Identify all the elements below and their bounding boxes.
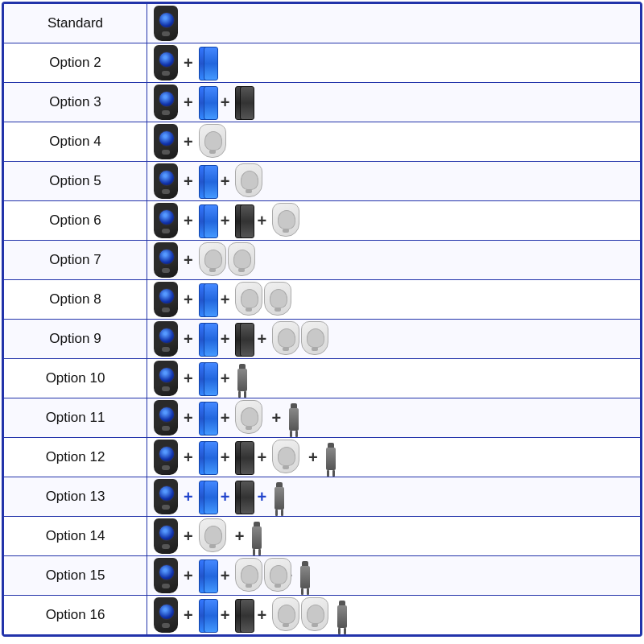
doorbell-icon — [154, 6, 178, 41]
option-items: + — [147, 122, 640, 161]
plus-sign: + — [221, 567, 230, 585]
transformer-icon — [287, 400, 301, 436]
batteries-blue-icon — [199, 361, 215, 396]
plus-sign: + — [184, 527, 193, 546]
chime-white-icon — [199, 518, 229, 554]
chime-white-icon — [199, 242, 226, 278]
option-items — [147, 4, 640, 43]
batteries-black-icon — [235, 440, 251, 475]
doorbell-icon — [154, 400, 178, 436]
option-items: ++ — [147, 359, 640, 398]
plus-sign: + — [184, 54, 193, 72]
option-items: ++ — [147, 162, 640, 200]
option-items: + — [147, 241, 640, 279]
table-row: Option 14++ — [4, 517, 640, 556]
batteries-black-icon — [235, 85, 251, 120]
chime-white-icon — [301, 597, 328, 633]
chime-white-icon — [235, 558, 262, 593]
batteries-black-icon — [235, 203, 251, 238]
plus-sign: + — [257, 448, 266, 467]
plus-sign: + — [221, 172, 230, 191]
plus-sign: + — [221, 448, 230, 467]
plus-sign: + — [221, 212, 230, 230]
option-items: ++++ — [147, 438, 640, 477]
doorbell-icon — [154, 45, 178, 80]
transformer-icon — [272, 479, 287, 514]
option-label: Option 5 — [4, 162, 147, 200]
doorbell-icon — [154, 558, 178, 593]
plus-sign: + — [184, 488, 193, 506]
batteries-black-icon — [235, 597, 251, 633]
chime-white-icon — [301, 321, 328, 357]
table-row: Option 6+++ — [4, 201, 640, 241]
plus-sign: + — [235, 527, 245, 546]
table-row: Option 8++ — [4, 280, 640, 320]
table-row: Option 3++ — [4, 83, 640, 122]
plus-sign: + — [184, 330, 193, 349]
batteries-blue-icon — [199, 400, 215, 436]
plus-sign: + — [184, 251, 193, 270]
batteries-blue-icon — [199, 282, 215, 317]
transformer-icon — [250, 518, 264, 554]
doorbell-icon — [154, 440, 178, 475]
plus-sign: + — [257, 488, 266, 506]
chime-double-icon — [272, 321, 314, 357]
doorbell-icon — [154, 597, 178, 633]
transformer-icon — [298, 558, 312, 593]
batteries-blue-icon — [199, 558, 215, 593]
plus-sign: + — [257, 606, 266, 625]
batteries-blue-icon — [199, 203, 215, 238]
option-label: Option 14 — [4, 517, 147, 555]
plus-sign: + — [184, 409, 193, 427]
table-row: Option 13+++ — [4, 477, 640, 517]
option-items: + — [147, 43, 640, 82]
option-label: Option 13 — [4, 477, 147, 516]
chime-double-icon — [272, 597, 314, 633]
option-label: Option 6 — [4, 201, 147, 240]
option-label: Option 11 — [4, 398, 147, 437]
chime-white-icon — [235, 163, 266, 199]
batteries-blue-icon — [199, 440, 215, 475]
plus-sign: + — [184, 172, 193, 191]
plus-sign: + — [271, 409, 281, 427]
table-row: Option 2+ — [4, 43, 640, 83]
chime-white-icon — [228, 242, 255, 278]
chime-white-icon — [264, 558, 291, 593]
table-row: Option 11+++ — [4, 398, 640, 438]
table-row: Option 5++ — [4, 162, 640, 201]
option-items: ++ — [147, 83, 640, 122]
plus-sign: + — [184, 567, 193, 585]
options-table: StandardOption 2+Option 3++Option 4+Opti… — [2, 2, 642, 637]
chime-double-icon — [235, 282, 277, 317]
plus-sign: + — [221, 330, 230, 349]
doorbell-icon — [154, 479, 178, 514]
doorbell-icon — [154, 242, 178, 278]
chime-double-icon — [235, 558, 277, 593]
option-items: ++ — [147, 517, 640, 555]
doorbell-icon — [154, 518, 178, 554]
doorbell-icon — [154, 124, 178, 159]
batteries-blue-icon — [199, 85, 215, 120]
transformer-icon — [324, 440, 338, 475]
option-label: Option 16 — [4, 596, 147, 634]
transformer-icon — [335, 597, 349, 633]
chime-white-icon — [272, 440, 303, 475]
plus-sign: + — [184, 291, 193, 309]
chime-white-icon — [272, 597, 299, 633]
option-label: Option 4 — [4, 122, 147, 161]
option-items: +++ — [147, 201, 640, 240]
plus-sign: + — [257, 212, 266, 230]
option-label: Option 2 — [4, 43, 147, 82]
plus-sign: + — [221, 409, 230, 427]
chime-white-icon — [272, 321, 299, 357]
batteries-black-icon — [235, 321, 251, 357]
option-items: +++ — [147, 477, 640, 516]
batteries-blue-icon — [199, 163, 215, 199]
chime-white-icon — [199, 124, 229, 159]
option-items: +++ — [147, 320, 640, 358]
chime-double-icon — [199, 242, 241, 278]
chime-white-icon — [235, 400, 266, 436]
option-items: ++ — [147, 280, 640, 319]
table-row: Option 12++++ — [4, 438, 640, 477]
doorbell-icon — [154, 282, 178, 317]
